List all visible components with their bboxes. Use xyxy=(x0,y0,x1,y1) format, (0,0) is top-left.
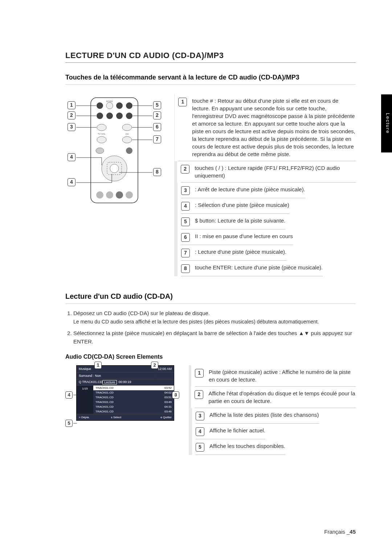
osd-title: Musique xyxy=(79,367,91,371)
callout-4b: 4 xyxy=(68,178,75,186)
step-main: Déposez un CD audio (CD-DA) sur le plate… xyxy=(73,310,210,316)
remote-button-descriptions: 1 touche # : Retour au début d'une piste… xyxy=(174,94,356,276)
desc-text: : Arrêt de lecture d'une piste (pièce mu… xyxy=(195,186,305,195)
osd-desc-2: 2 Affiche l'état d'opération du disque e… xyxy=(195,387,356,408)
remote-diagram: EZ ADV TV VOL CH xyxy=(65,94,163,214)
osd-desc-5: 5 Affiche les touches disponibles. xyxy=(196,439,285,455)
osd-track-row: TRACK01.CD03:49 xyxy=(93,400,174,404)
page-title: LECTURE D'UN CD AUDIO (CD-DA)/MP3 xyxy=(65,51,356,63)
desc-num: 5 xyxy=(181,217,190,226)
desc-item-5: 5 $ button: Lecture de la piste suivante… xyxy=(181,214,285,229)
footer-page: 45 xyxy=(350,529,356,535)
step-sub: Le menu du CD audio sera affiché et la l… xyxy=(73,318,356,326)
osd-desc-3: 3 Affiche la liste des pistes (liste des… xyxy=(196,408,319,424)
osd-foot-select: s Sélect xyxy=(111,416,140,419)
callout-7: 7 xyxy=(153,135,161,143)
desc-text: touche # : Retour au début d'une piste s… xyxy=(192,97,356,158)
desc-item-8: 8 touche ENTER: Lecture d'une piste (piè… xyxy=(181,261,323,276)
osd-diagram: 1 2 3 4 5 Musique 12:00 AM Surround : No… xyxy=(65,365,178,421)
osd-foot-move: > Dépla. xyxy=(79,416,107,419)
footer-lang: Français _ xyxy=(324,529,350,535)
sub-title-playback: Lecture d'un CD audio (CD-DA) xyxy=(65,292,356,304)
osd-elapsed: 00:00:19 xyxy=(118,380,131,384)
desc-text: II : mise en pause d'une lecture en cour… xyxy=(195,232,293,242)
osd-callout-3: 3 xyxy=(172,391,179,399)
osd-track-row: TRACK01.CD03:51 xyxy=(93,395,174,400)
desc-item-1: 1 touche # : Retour au début d'une piste… xyxy=(178,94,356,161)
callout-2l: 2 xyxy=(68,111,75,119)
desc-text: Affiche les touches disponibles. xyxy=(209,442,285,452)
osd-folder-count: 1/15 xyxy=(77,386,93,414)
callout-3: 3 xyxy=(68,123,75,131)
osd-callout-5: 5 xyxy=(65,420,73,427)
desc-num: 4 xyxy=(181,202,190,211)
desc-num: 4 xyxy=(196,427,204,436)
osd-desc-4: 4 Affiche le fichier actuel. xyxy=(196,424,265,439)
desc-item-2: 2 touches ( / ) : Lecture rapide (FF1/ F… xyxy=(181,161,356,183)
osd-track-row: TRACK01.CD03:52 xyxy=(93,386,174,390)
callout-1: 1 xyxy=(68,101,75,109)
osd-state: Lecture xyxy=(102,380,117,384)
desc-text: : Sélection d'une piste (pièce musicale) xyxy=(195,201,289,211)
side-tab: Lecture xyxy=(381,94,392,152)
osd-track-list: TRACK01.CD03:52 TRACK01.CD04:02 TRACK01.… xyxy=(93,386,174,414)
page-footer: Français _45 xyxy=(324,529,356,535)
sub-title-screen-elements: Audio CD(CD-DA) Screen Elements xyxy=(65,354,356,360)
step-2: Sélectionnez la piste (pièce musicale) e… xyxy=(73,329,356,346)
desc-text: Affiche la liste des pistes (liste des c… xyxy=(209,411,319,420)
callout-5: 5 xyxy=(153,101,161,109)
osd-surround: Surround : Non xyxy=(79,374,101,378)
desc-text: touche ENTER: Lecture d'une piste (pièce… xyxy=(195,264,323,273)
desc-num: 1 xyxy=(195,369,204,378)
desc-num: 8 xyxy=(181,264,190,273)
osd-desc-1: 1 Piste (pièce musicale) active : Affich… xyxy=(195,365,356,387)
osd-descriptions: 1 Piste (pièce musicale) active : Affich… xyxy=(189,365,356,455)
desc-num: 7 xyxy=(181,249,190,257)
step-1: Déposez un CD audio (CD-DA) sur le plate… xyxy=(73,309,356,326)
osd-foot-exit: e Quitter xyxy=(143,416,172,419)
callout-8: 8 xyxy=(153,168,161,176)
desc-text: Piste (pièce musicale) active : Affiche … xyxy=(209,368,356,383)
osd-clock: 12:00 AM xyxy=(158,367,172,371)
osd-callout-1: 1 xyxy=(94,362,102,369)
desc-num: 2 xyxy=(195,390,203,399)
callout-6: 6 xyxy=(153,123,161,131)
desc-num: 2 xyxy=(181,165,189,174)
step-main: Sélectionnez la piste (pièce musicale) e… xyxy=(73,330,352,345)
callout-4a: 4 xyxy=(68,153,75,161)
desc-num: 3 xyxy=(196,412,204,420)
desc-num: 5 xyxy=(196,443,204,452)
desc-item-6: 6 II : mise en pause d'une lecture en co… xyxy=(181,229,293,245)
callout-2r: 2 xyxy=(153,111,161,119)
desc-num: 1 xyxy=(178,98,187,106)
desc-text: Affiche l'état d'opération du disque et … xyxy=(208,390,356,405)
osd-callout-2: 2 xyxy=(151,362,158,369)
osd-track-row: TRACK01.CD03:46 xyxy=(93,409,174,414)
osd-track-row: TRACK01.CD04:31 xyxy=(93,404,174,409)
sub-title-remote: Touches de la télécommande servant à la … xyxy=(65,74,356,85)
steps-list: Déposez un CD audio (CD-DA) sur le plate… xyxy=(73,309,356,346)
desc-num: 6 xyxy=(181,233,190,242)
desc-text: touches ( / ) : Lecture rapide (FF1/ FR1… xyxy=(195,164,356,179)
desc-num: 3 xyxy=(181,186,190,195)
osd-track-row: TRACK01.CD04:02 xyxy=(93,390,174,395)
desc-text: : Lecture d'une piste (pièce musicale). xyxy=(195,248,286,257)
desc-item-3: 3 : Arrêt de lecture d'une piste (pièce … xyxy=(181,183,305,198)
desc-item-7: 7 : Lecture d'une piste (pièce musicale)… xyxy=(181,245,286,261)
osd-callout-4: 4 xyxy=(65,391,73,399)
desc-item-4: 4 : Sélection d'une piste (pièce musical… xyxy=(181,198,289,214)
osd-nowtrack: Q TRACK01.CD xyxy=(79,380,102,384)
desc-text: Affiche le fichier actuel. xyxy=(209,427,265,436)
desc-text: $ button: Lecture de la piste suivante. xyxy=(195,217,285,226)
